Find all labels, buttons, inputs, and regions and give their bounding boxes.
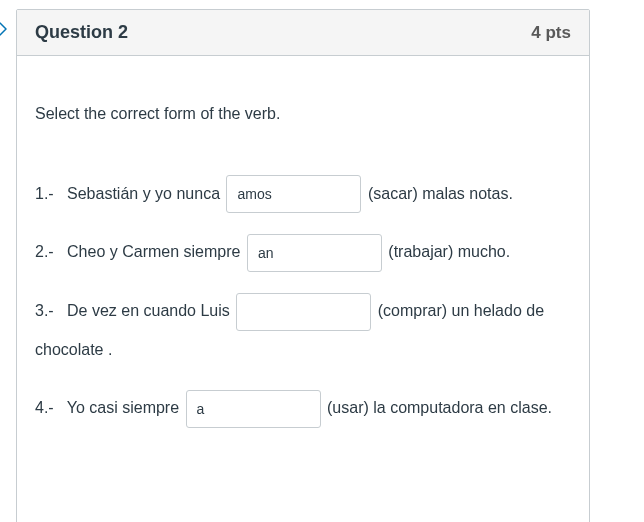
question-card: Question 2 4 pts Select the correct form… xyxy=(16,9,590,522)
item-row: 1.- Sebastián y yo nunca (sacar) malas n… xyxy=(35,175,571,214)
question-body: Select the correct form of the verb. 1.-… xyxy=(17,56,589,522)
question-prompt: Select the correct form of the verb. xyxy=(35,101,571,127)
question-title: Question 2 xyxy=(35,22,128,43)
item-num: 2.- xyxy=(35,243,54,260)
item-after: (sacar) malas notas. xyxy=(368,185,513,202)
verb-input-3[interactable] xyxy=(236,293,371,331)
item-after: (trabajar) mucho. xyxy=(388,243,510,260)
item-after: (usar) la computadora en clase. xyxy=(327,399,552,416)
question-header: Question 2 4 pts xyxy=(17,10,589,56)
item-row: 4.- Yo casi siempre (usar) la computador… xyxy=(35,389,571,428)
item-num: 4.- xyxy=(35,399,54,416)
item-before: Yo casi siempre xyxy=(67,399,179,416)
nav-arrow-icon xyxy=(0,22,10,36)
item-row: 3.- De vez en cuando Luis (comprar) un h… xyxy=(35,292,571,369)
item-num: 3.- xyxy=(35,302,54,319)
items-container: 1.- Sebastián y yo nunca (sacar) malas n… xyxy=(35,175,571,428)
item-num: 1.- xyxy=(35,185,54,202)
item-before: Sebastián y yo nunca xyxy=(67,185,220,202)
item-row: 2.- Cheo y Carmen siempre (trabajar) muc… xyxy=(35,233,571,272)
item-before: Cheo y Carmen siempre xyxy=(67,243,240,260)
verb-input-2[interactable] xyxy=(247,234,382,272)
item-before: De vez en cuando Luis xyxy=(67,302,230,319)
verb-input-1[interactable] xyxy=(226,175,361,213)
verb-input-4[interactable] xyxy=(186,390,321,428)
question-points: 4 pts xyxy=(531,23,571,43)
